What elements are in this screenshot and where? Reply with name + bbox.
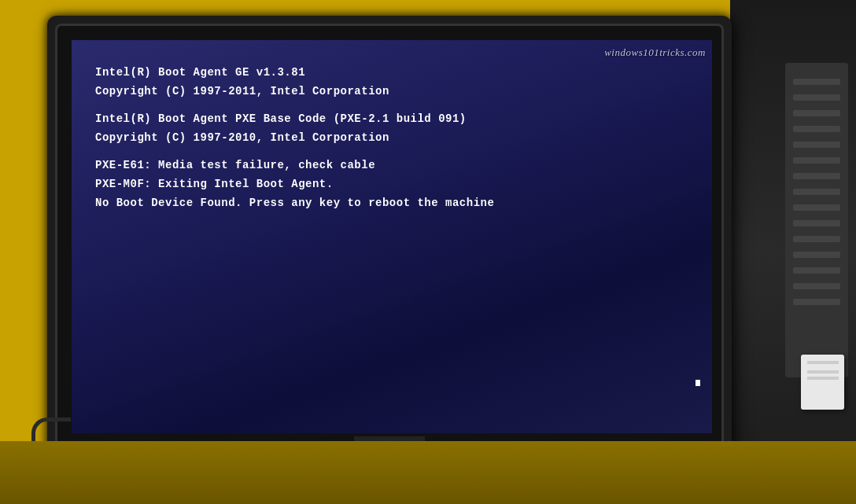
watermark-text: windows101tricks.com: [604, 46, 706, 59]
keyboard-row: [793, 283, 840, 289]
monitor-bezel: windows101tricks.com Intel(R) Boot Agent…: [55, 24, 724, 448]
paper-lines: [807, 377, 839, 380]
keyboard-row: [793, 173, 840, 179]
keyboard-row: [793, 189, 840, 195]
bios-line-5: PXE-E61: Media test failure, check cable: [95, 156, 494, 174]
bios-line-3: Intel(R) Boot Agent PXE Base Code (PXE-2…: [95, 110, 494, 127]
cursor: [696, 380, 700, 386]
keyboard-row: [793, 220, 840, 226]
keyboard-row: [793, 79, 840, 85]
paper-lines: [807, 361, 839, 364]
keyboard-row: [793, 126, 840, 132]
scene: windows101tricks.com Intel(R) Boot Agent…: [0, 0, 856, 504]
keyboard-row: [793, 299, 840, 305]
bios-line-2: Copyright (C) 1997-2011, Intel Corporati…: [95, 83, 494, 100]
keyboard-row: [793, 252, 840, 258]
bios-line-7: No Boot Device Found. Press any key to r…: [95, 194, 494, 212]
bios-line-4: Copyright (C) 1997-2010, Intel Corporati…: [95, 129, 494, 146]
monitor-frame: windows101tricks.com Intel(R) Boot Agent…: [47, 16, 732, 472]
right-panel: [730, 0, 856, 504]
keyboard-row: [793, 94, 840, 101]
desk-surface: [0, 441, 856, 504]
keyboard-row: [793, 267, 840, 274]
keyboard-row: [793, 236, 840, 242]
keyboard: [785, 63, 848, 377]
keyboard-row: [793, 157, 840, 164]
bios-line-6: PXE-M0F: Exiting Intel Boot Agent.: [95, 175, 494, 193]
paper-lines: [807, 370, 839, 373]
keyboard-row: [793, 204, 840, 211]
keyboard-row: [793, 110, 840, 116]
bios-line-1: Intel(R) Boot Agent GE v1.3.81: [95, 64, 494, 81]
keyboard-row: [793, 142, 840, 148]
bios-output: Intel(R) Boot Agent GE v1.3.81 Copyright…: [95, 64, 494, 214]
paper-box: [801, 355, 844, 410]
monitor-screen: windows101tricks.com Intel(R) Boot Agent…: [72, 40, 712, 433]
